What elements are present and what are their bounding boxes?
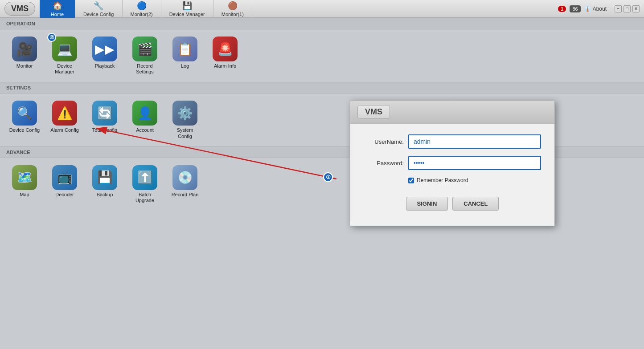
nav-tabs: 🏠 Home 🔧 Device Config 🔵 Monitor(2) 💾 De… — [40, 0, 558, 18]
remember-checkbox[interactable] — [408, 178, 414, 183]
system-config-icon: ⚙️ — [172, 101, 197, 126]
tab-device-config[interactable]: 🔧 Device Config — [75, 0, 122, 18]
account-icon: 👤 — [132, 101, 157, 126]
device-config-icon: 🔍 — [12, 101, 37, 126]
monitor1-icon: 🟤 — [228, 1, 238, 11]
record-settings-label: Record Settings — [129, 63, 160, 75]
about-button[interactable]: 👔 About — [584, 6, 607, 12]
login-dialog: VMS UserName: Password: Remember Passwor… — [350, 100, 555, 226]
dialog-body: UserName: Password: Remember Password SI… — [350, 124, 554, 226]
tab-monitor1[interactable]: 🟤 Monitor(1) — [213, 0, 252, 18]
alarm-config-icon: ⚠️ — [52, 101, 77, 126]
log-icon: 📋 — [172, 37, 197, 61]
signin-button[interactable]: SIGNIN — [406, 197, 448, 211]
annotation-2: ② — [47, 33, 56, 42]
device-manager-label: Device Manager — [49, 63, 80, 75]
alarm-info-icon: 🚨 — [213, 37, 238, 61]
titlebar-right: 1 86 👔 About − □ × — [558, 5, 640, 12]
system-config-item[interactable]: ⚙️ System Config — [169, 101, 201, 139]
backup-icon: 💾 — [92, 165, 117, 190]
notification-count[interactable]: 86 — [570, 5, 580, 12]
monitor-icon: 🎥 — [12, 37, 37, 61]
decoder-icon: 📺 — [52, 165, 77, 190]
backup-label: Backup — [97, 192, 113, 198]
password-input[interactable] — [408, 156, 541, 170]
username-field: UserName: — [364, 134, 541, 149]
map-item[interactable]: 🗺️ Map — [9, 165, 40, 203]
operation-section-header: OPERATION — [0, 18, 644, 29]
restore-button[interactable]: □ — [623, 5, 631, 12]
alarm-info-label: Alarm Info — [214, 63, 236, 69]
alarm-config-item[interactable]: ⚠️ Alarm Config — [49, 101, 80, 139]
device-config-item[interactable]: 🔍 Device Config — [9, 101, 40, 139]
playback-icon: ▶▶ — [92, 37, 117, 61]
about-label: About — [593, 6, 607, 12]
device-manager-icon: 💻 — [52, 37, 77, 61]
cancel-button[interactable]: CANCEL — [452, 197, 499, 211]
annotation-circle-1: ① — [323, 172, 333, 182]
tab-monitor2[interactable]: 🔵 Monitor(2) — [123, 0, 161, 18]
home-icon: 🏠 — [53, 1, 62, 11]
tab-device-manager[interactable]: 💾 Device Manager — [161, 0, 213, 18]
device-config-icon: 🔧 — [94, 1, 103, 11]
device-config-label: Device Config — [9, 127, 40, 133]
tab-home-label: Home — [51, 12, 64, 17]
window-controls: − □ × — [615, 5, 640, 12]
batch-upgrade-item[interactable]: ⬆️ Batch Upgrade — [129, 165, 160, 203]
playback-item[interactable]: ▶▶ Playback — [89, 37, 120, 75]
tab-device-config-label: Device Config — [83, 12, 114, 17]
monitor-label: Monitor — [16, 63, 33, 69]
operation-grid: 🎥 Monitor ② 💻 Device Manager ▶▶ Playback… — [0, 29, 644, 82]
device-manager-item[interactable]: ② 💻 Device Manager — [49, 37, 80, 75]
main-content: OPERATION 🎥 Monitor ② 💻 Device Manager ▶… — [0, 18, 644, 349]
backup-item[interactable]: 💾 Backup — [89, 165, 120, 203]
vms-logo: VMS — [4, 2, 35, 16]
password-field: Password: — [364, 156, 541, 170]
record-settings-icon: 🎬 — [132, 37, 157, 61]
dialog-buttons: SIGNIN CANCEL — [364, 192, 541, 215]
log-label: Log — [181, 63, 189, 69]
monitor-item[interactable]: 🎥 Monitor — [9, 37, 40, 75]
alarm-info-item[interactable]: 🚨 Alarm Info — [209, 37, 241, 75]
tour-config-icon: 🔄 — [92, 101, 117, 126]
map-icon: 🗺️ — [12, 165, 37, 190]
tab-home[interactable]: 🏠 Home — [40, 0, 75, 18]
username-label: UserName: — [364, 138, 408, 145]
monitor2-icon: 🔵 — [137, 1, 147, 11]
map-label: Map — [20, 192, 29, 198]
account-item[interactable]: 👤 Account — [129, 101, 160, 139]
playback-label: Playback — [95, 63, 115, 69]
tab-monitor2-label: Monitor(2) — [131, 12, 153, 17]
record-plan-icon: 💿 — [172, 165, 197, 190]
batch-upgrade-label: Batch Upgrade — [129, 192, 160, 203]
settings-section-header: SETTINGS — [0, 82, 644, 93]
close-button[interactable]: × — [632, 5, 640, 12]
log-item[interactable]: 📋 Log — [169, 37, 201, 75]
titlebar: VMS 🏠 Home 🔧 Device Config 🔵 Monitor(2) … — [0, 0, 644, 18]
record-settings-item[interactable]: 🎬 Record Settings — [129, 37, 160, 75]
tab-device-manager-label: Device Manager — [169, 12, 205, 17]
dialog-title: VMS — [357, 105, 390, 119]
decoder-item[interactable]: 📺 Decoder — [49, 165, 80, 203]
username-input[interactable] — [408, 134, 541, 149]
minimize-button[interactable]: − — [615, 5, 622, 12]
account-label: Account — [136, 127, 154, 133]
person-icon: 👔 — [584, 6, 591, 12]
record-plan-item[interactable]: 💿 Record Plan — [169, 165, 201, 203]
record-plan-label: Record Plan — [172, 192, 199, 198]
password-label: Password: — [364, 160, 408, 166]
dialog-header: VMS — [350, 101, 554, 124]
decoder-label: Decoder — [55, 192, 74, 198]
tour-config-item[interactable]: 🔄 Tour Config — [89, 101, 120, 139]
tab-monitor1-label: Monitor(1) — [222, 12, 244, 17]
alarm-config-label: Alarm Config — [50, 127, 79, 133]
batch-upgrade-icon: ⬆️ — [132, 165, 157, 190]
device-manager-tab-icon: 💾 — [182, 1, 192, 11]
system-config-label: System Config — [169, 127, 201, 139]
notification-badge: 1 — [558, 6, 566, 12]
tour-config-label: Tour Config — [92, 127, 117, 133]
remember-password-row: Remember Password — [408, 177, 541, 183]
remember-label: Remember Password — [417, 177, 468, 183]
